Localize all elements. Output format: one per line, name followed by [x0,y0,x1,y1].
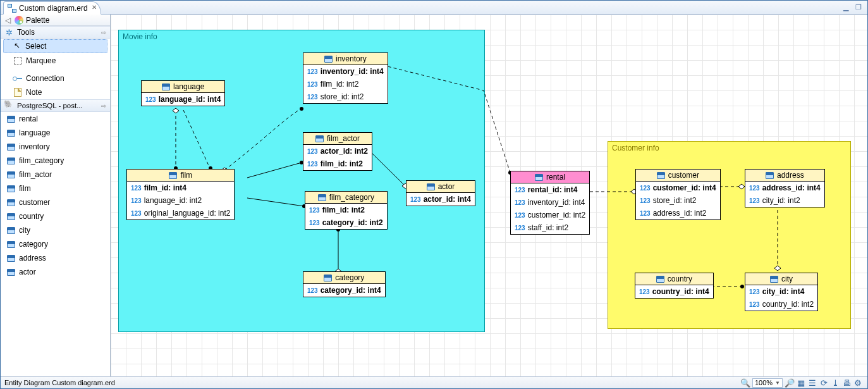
settings-icon[interactable]: ⚙ [852,378,864,388]
layout-grid-icon[interactable]: ▦ [795,378,807,388]
pin-icon[interactable]: ⇨ [101,102,106,109]
entity-actor[interactable]: actor123actor_id: int4 [406,180,475,206]
entity-header[interactable]: film_actor [303,133,372,145]
entity-film-actor[interactable]: film_actor123actor_id: int2123film_id: i… [303,132,372,171]
entity-film-category[interactable]: film_category123film_id: int2123category… [305,191,388,230]
palette-table-actor[interactable]: actor [1,265,110,279]
entity-column[interactable]: 123inventory_id: int4 [303,65,388,78]
entity-column[interactable]: 123category_id: int4 [303,284,385,297]
palette-table-film[interactable]: film [1,182,110,195]
entity-column[interactable]: 123film_id: int2 [305,204,387,216]
entity-column[interactable]: 123customer_id: int4 [636,182,720,194]
palette-table-category[interactable]: category [1,237,110,251]
table-label: address [19,254,46,262]
zoom-combo[interactable]: 100% ▼ [752,378,783,388]
entity-column[interactable]: 123film_id: int4 [127,182,234,194]
datatype-icon: 123 [145,96,156,103]
print-icon[interactable]: 🖶 [841,378,852,388]
tools-drawer-head[interactable]: ✲ Tools ⇨ [1,26,110,39]
db-drawer-head[interactable]: PostgreSQL - post... ⇨ [1,99,110,112]
palette-table-city[interactable]: city [1,223,110,237]
entity-title: film [180,171,192,180]
entity-header[interactable]: customer [636,170,720,182]
entity-header[interactable]: film [127,170,234,182]
entity-address[interactable]: address123address_id: int4123city_id: in… [745,169,825,207]
zoom-in-icon[interactable]: 🔎 [784,378,795,388]
palette-table-customer[interactable]: customer [1,195,110,209]
palette-table-country[interactable]: country [1,209,110,223]
tool-select[interactable]: ↖ Select [3,39,107,53]
restore-icon[interactable]: ❐ [853,3,864,11]
entity-column[interactable]: 123city_id: int4 [745,285,817,298]
datatype-icon: 123 [307,81,318,88]
entity-column[interactable]: 123rental_id: int4 [511,183,589,196]
column-label: inventory_id: int4 [528,198,585,207]
minimize-icon[interactable]: ▁ [841,3,851,11]
refresh-icon[interactable]: ⟳ [818,378,829,388]
table-icon [7,171,15,178]
palette-table-language[interactable]: language [1,126,110,140]
zoom-out-icon[interactable]: 🔍 [740,378,751,388]
entity-column[interactable]: 123language_id: int2 [127,194,234,207]
table-icon [169,172,177,179]
palette-table-film_category[interactable]: film_category [1,154,110,168]
entity-country[interactable]: country123country_id: int4 [635,273,714,299]
entity-column[interactable]: 123address_id: int2 [636,207,720,219]
entity-city[interactable]: city123city_id: int4123country_id: int2 [745,273,818,311]
entity-category[interactable]: category123category_id: int4 [303,271,386,297]
palette-table-rental[interactable]: rental [1,112,110,126]
entity-header[interactable]: inventory [303,53,388,65]
tool-note[interactable]: Note [1,85,110,99]
entity-customer[interactable]: customer123customer_id: int4123store_id:… [635,169,721,220]
entity-column[interactable]: 123store_id: int2 [636,194,720,207]
chevron-down-icon[interactable]: ▼ [775,380,780,386]
table-icon [324,275,332,281]
tools-label: Tools [17,28,35,37]
column-label: film_id: int2 [321,80,359,89]
entity-header[interactable]: rental [511,171,589,183]
entity-inventory[interactable]: inventory123inventory_id: int4123film_id… [303,52,388,104]
entity-rental[interactable]: rental123rental_id: int4123inventory_id:… [510,171,590,235]
entity-header[interactable]: city [745,273,817,285]
entity-column[interactable]: 123store_id: int2 [303,90,388,103]
entity-column[interactable]: 123film_id: int2 [303,157,372,170]
entity-column[interactable]: 123category_id: int2 [305,216,387,229]
back-icon[interactable]: ◁ [3,16,12,25]
entity-language[interactable]: language123language_id: int4 [141,80,225,106]
entity-column[interactable]: 123language_id: int4 [142,93,224,106]
entity-column[interactable]: 123actor_id: int2 [303,145,372,157]
entity-column[interactable]: 123address_id: int4 [745,182,824,194]
entity-header[interactable]: country [635,273,713,285]
entity-header[interactable]: actor [406,181,475,193]
column-label: category_id: int4 [321,286,381,295]
entity-column[interactable]: 123original_language_id: int2 [127,207,234,219]
entity-column[interactable]: 123inventory_id: int4 [511,196,589,209]
entity-header[interactable]: language [142,81,224,93]
entity-column[interactable]: 123country_id: int2 [745,298,817,311]
tool-marquee[interactable]: Marquee [1,54,110,68]
entity-column[interactable]: 123actor_id: int4 [406,193,475,206]
close-icon[interactable]: ✕ [92,4,97,11]
export-icon[interactable]: ⤓ [829,378,841,388]
entity-column[interactable]: 123film_id: int2 [303,78,388,90]
diagram-canvas[interactable]: Movie info Customer info [111,15,867,376]
column-label: language_id: int2 [144,196,202,205]
palette-table-film_actor[interactable]: film_actor [1,168,110,182]
entity-header[interactable]: address [745,170,824,182]
entity-column[interactable]: 123city_id: int2 [745,194,824,207]
tab-custom-diagram[interactable]: Custom diagram.erd ✕ [3,1,101,15]
datatype-icon: 123 [307,148,318,155]
entity-column[interactable]: 123country_id: int4 [635,285,713,298]
entity-column[interactable]: 123customer_id: int2 [511,209,589,221]
layout-list-icon[interactable]: ☰ [807,378,818,388]
palette-table-address[interactable]: address [1,251,110,265]
palette-table-inventory[interactable]: inventory [1,140,110,154]
table-icon [162,83,170,90]
table-label: actor [19,268,36,276]
pin-icon[interactable]: ⇨ [101,29,106,36]
entity-film[interactable]: film123film_id: int4123language_id: int2… [126,169,235,220]
entity-header[interactable]: film_category [305,192,387,204]
tool-connection[interactable]: Connection [1,71,110,85]
entity-header[interactable]: category [303,272,385,284]
entity-column[interactable]: 123staff_id: int2 [511,221,589,234]
